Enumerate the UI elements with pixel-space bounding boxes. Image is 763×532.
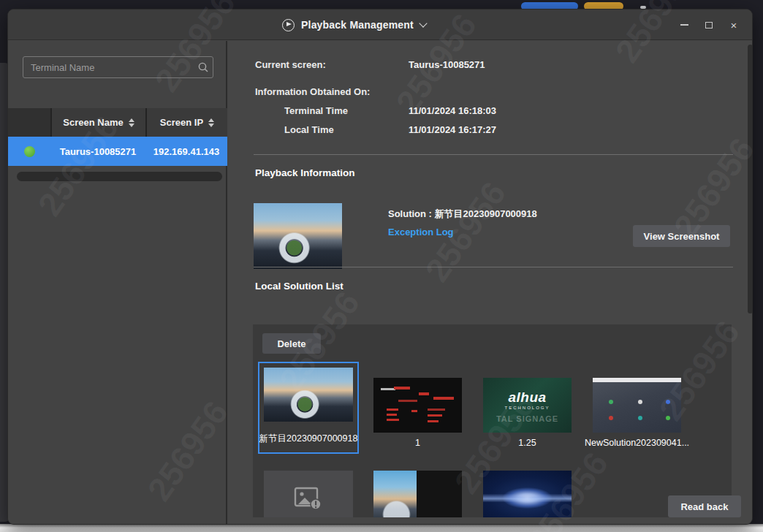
window-title: Playback Management — [301, 19, 414, 31]
solution-name-label: NewSolution202309041... — [585, 438, 689, 448]
solution-thumbnail — [264, 368, 353, 422]
local-time-label: Local Time — [284, 124, 334, 135]
search-icon[interactable] — [194, 58, 213, 77]
solution-name: Solution : 新节目20230907000918 — [388, 208, 537, 221]
playback-information-title: Playback Information — [255, 167, 355, 178]
screen-ip-column-header[interactable]: Screen IP — [147, 108, 227, 137]
screen-ip-header-label: Screen IP — [160, 117, 203, 128]
screen-name-cell: Taurus-10085271 — [50, 146, 145, 157]
image-unavailable-icon — [294, 487, 323, 510]
solution-thumbnail — [373, 471, 462, 517]
screen-name-header-label: Screen Name — [63, 117, 123, 128]
screen: Playback Management × Screen Name — [0, 0, 763, 532]
screen-ip-cell: 192.169.41.143 — [145, 146, 227, 157]
play-circle-icon — [282, 19, 295, 31]
read-back-button[interactable]: Read back — [668, 495, 741, 517]
solution-item[interactable] — [264, 471, 353, 517]
background-window-bottom — [0, 524, 763, 532]
solution-thumbnail-placeholder — [264, 471, 353, 517]
section-divider — [254, 154, 733, 155]
terminal-time-value: 11/01/2024 16:18:03 — [409, 105, 496, 116]
alhua-sub-text: TECHNOLOGY — [483, 406, 572, 410]
chevron-down-icon — [419, 19, 427, 27]
horizontal-scrollbar[interactable] — [17, 172, 222, 181]
window-controls: × — [672, 10, 746, 40]
close-icon: × — [731, 20, 737, 31]
minimize-icon — [680, 24, 688, 26]
detail-panel: Current screen: Taurus-10085271 Informat… — [229, 41, 753, 525]
delete-button[interactable]: Delete — [262, 333, 321, 354]
window-title-menu[interactable]: Playback Management — [282, 10, 426, 40]
view-screenshot-button[interactable]: View Screenshot — [633, 225, 730, 247]
info-obtained-label: Information Obtained On: — [255, 86, 370, 97]
screen-name-column-header[interactable]: Screen Name — [52, 108, 145, 137]
solution-item[interactable] — [373, 471, 462, 517]
solution-list-panel: Delete 新节目20230907000918 1 alhua TECHNOL… — [253, 324, 732, 517]
local-solution-list-title: Local Solution List — [255, 281, 343, 292]
terminal-search — [23, 56, 213, 78]
section-divider — [254, 267, 733, 267]
terminal-time-label: Terminal Time — [284, 105, 348, 116]
online-status-icon — [24, 146, 35, 157]
sort-icon[interactable] — [208, 118, 214, 127]
maximize-button[interactable] — [696, 14, 721, 36]
playback-thumbnail — [254, 203, 342, 269]
minimize-button[interactable] — [672, 14, 696, 36]
sort-icon[interactable] — [129, 118, 134, 127]
current-screen-label: Current screen: — [255, 59, 326, 70]
screen-table-header: Screen Name Screen IP — [8, 108, 227, 137]
titlebar: Playback Management × — [8, 10, 752, 40]
solution-thumbnail: alhua TECHNOLOGY TAL SIGNAGE — [483, 378, 572, 433]
solution-name-label: 新节目20230907000918 — [259, 433, 358, 445]
solution-item[interactable]: NewSolution202309041... — [593, 378, 681, 433]
search-input[interactable] — [23, 62, 194, 73]
table-row-taurus[interactable]: Taurus-10085271 192.169.41.143 — [8, 137, 227, 166]
solution-name-label: 1.25 — [518, 438, 536, 448]
current-screen-value: Taurus-10085271 — [409, 59, 485, 70]
solution-name-label: 1 — [415, 438, 420, 448]
exception-log-link[interactable]: Exception Log — [388, 227, 454, 238]
status-column-header — [8, 108, 50, 137]
playback-management-window: Playback Management × Screen Name — [7, 9, 753, 525]
status-cell — [8, 146, 50, 157]
solution-item[interactable] — [483, 471, 572, 517]
maximize-icon — [705, 22, 713, 28]
solution-item[interactable]: alhua TECHNOLOGY TAL SIGNAGE 1.25 — [483, 378, 572, 433]
solution-item-selected[interactable]: 新节目20230907000918 — [258, 362, 359, 454]
vertical-scrollbar[interactable] — [748, 45, 753, 314]
close-button[interactable]: × — [721, 14, 746, 36]
solution-thumbnail — [593, 378, 681, 433]
solution-item[interactable]: 1 — [373, 378, 462, 433]
alhua-logo-text: alhua — [483, 390, 572, 406]
alhua-bg-text: TAL SIGNAGE — [483, 414, 572, 423]
solution-thumbnail — [373, 378, 462, 433]
terminal-sidebar: Screen Name Screen IP Taurus-10085271 19… — [8, 41, 227, 525]
solution-thumbnail — [483, 471, 572, 517]
local-time-value: 11/01/2024 16:17:27 — [409, 124, 496, 135]
